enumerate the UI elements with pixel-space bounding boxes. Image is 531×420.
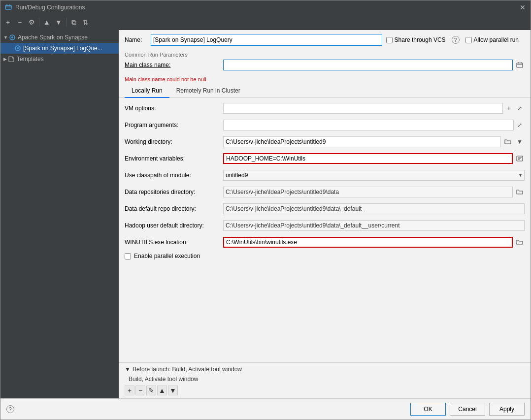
before-launch-item: Build, Activate tool window bbox=[125, 375, 525, 384]
classpath-select[interactable]: untitled9 bbox=[223, 170, 525, 181]
run-debug-dialog: Run/Debug Configurations ✕ + − ⚙ ▲ ▼ ⧉ ⇅… bbox=[0, 0, 531, 420]
allow-parallel-checkbox[interactable] bbox=[465, 37, 472, 43]
share-vcs-checkbox[interactable] bbox=[386, 37, 393, 43]
before-launch-remove-button[interactable]: − bbox=[135, 386, 145, 395]
move-up-button[interactable]: ▲ bbox=[41, 17, 52, 28]
winutils-input-wrap bbox=[223, 237, 525, 248]
main-area: ▼ Apache Spark on Synapse [Spar bbox=[0, 30, 531, 398]
env-vars-input[interactable] bbox=[223, 153, 513, 164]
ok-button[interactable]: OK bbox=[410, 403, 446, 416]
vm-options-input[interactable] bbox=[223, 103, 503, 114]
vm-options-label: VM options: bbox=[125, 105, 223, 112]
working-dir-browse-button[interactable] bbox=[503, 137, 513, 147]
main-class-label: Main class name: bbox=[125, 62, 223, 68]
working-dir-row: Working directory: ▼ bbox=[125, 135, 525, 148]
hadoop-dir-label: Hadoop user default directory: bbox=[125, 222, 223, 229]
main-class-input[interactable] bbox=[223, 60, 513, 70]
working-dir-label: Working directory: bbox=[125, 138, 223, 145]
share-vcs-checkbox-label[interactable]: Share through VCS bbox=[386, 36, 446, 43]
winutils-input[interactable] bbox=[223, 237, 513, 248]
vm-options-row: VM options: + ⤢ bbox=[125, 102, 525, 115]
program-args-input-wrap: ⤢ bbox=[223, 120, 525, 130]
main-class-row: Main class name: bbox=[119, 59, 531, 71]
env-vars-input-wrap bbox=[223, 153, 525, 164]
sidebar-item-templates[interactable]: ▶ Templates bbox=[0, 54, 119, 65]
cancel-button[interactable]: Cancel bbox=[450, 403, 485, 416]
enable-parallel-row: Enable parallel execution bbox=[125, 253, 525, 259]
data-repos-browse-button[interactable] bbox=[515, 187, 525, 197]
hadoop-dir-value: C:\Users\v-jiche\IdeaProjects\untitled9\… bbox=[223, 220, 525, 231]
main-class-error: Main class name could not be null. bbox=[119, 75, 531, 84]
config-sidebar: ▼ Apache Spark on Synapse [Spar bbox=[0, 30, 119, 398]
remove-config-button[interactable]: − bbox=[14, 17, 25, 28]
before-launch-add-button[interactable]: + bbox=[125, 386, 134, 395]
bottom-help-icon[interactable]: ? bbox=[6, 405, 14, 413]
program-args-row: Program arguments: ⤢ bbox=[125, 119, 525, 131]
collapse-arrow-icon: ▼ bbox=[3, 35, 8, 40]
toolbar-separator-1 bbox=[39, 18, 39, 27]
before-launch-edit-button[interactable]: ✎ bbox=[146, 386, 156, 395]
data-repos-value: C:\Users\v-jiche\IdeaProjects\untitled9\… bbox=[223, 187, 513, 197]
svg-rect-0 bbox=[5, 5, 11, 9]
content-area: Name: Share through VCS ? Allow parallel… bbox=[119, 30, 531, 398]
sidebar-item-logquery-label: [Spark on Synapse] LogQue... bbox=[23, 45, 102, 52]
enable-parallel-checkbox[interactable] bbox=[125, 253, 131, 259]
svg-rect-3 bbox=[9, 4, 10, 6]
templates-icon bbox=[8, 56, 15, 63]
working-dir-dropdown-button[interactable]: ▼ bbox=[515, 137, 525, 147]
env-vars-edit-button[interactable] bbox=[515, 154, 525, 163]
apply-button[interactable]: Apply bbox=[489, 403, 525, 416]
svg-rect-8 bbox=[517, 63, 523, 67]
templates-arrow-icon: ▶ bbox=[3, 57, 7, 62]
add-config-button[interactable]: + bbox=[2, 17, 13, 28]
config-toolbar: + − ⚙ ▲ ▼ ⧉ ⇅ bbox=[0, 14, 531, 30]
copy-config-button[interactable]: ⧉ bbox=[68, 17, 79, 28]
allow-parallel-checkbox-label[interactable]: Allow parallel run bbox=[465, 36, 519, 43]
name-input[interactable] bbox=[151, 34, 382, 46]
data-default-repo-label: Data default repo directory: bbox=[125, 205, 223, 212]
before-launch-label: Before launch: Build, Activate tool wind… bbox=[133, 366, 242, 373]
share-vcs-help-icon[interactable]: ? bbox=[452, 36, 460, 44]
svg-rect-2 bbox=[6, 4, 7, 6]
dialog-icon bbox=[4, 3, 12, 11]
settings-config-button[interactable]: ⚙ bbox=[26, 17, 37, 28]
winutils-label: WINUTILS.exe location: bbox=[125, 239, 223, 246]
before-launch-section: ▼ Before launch: Build, Activate tool wi… bbox=[119, 362, 531, 398]
env-vars-row: Environment variables: bbox=[125, 152, 525, 165]
before-launch-down-button[interactable]: ▼ bbox=[168, 386, 178, 395]
main-class-browse-button[interactable] bbox=[515, 60, 525, 70]
before-launch-toolbar: + − ✎ ▲ ▼ bbox=[125, 386, 525, 395]
close-button[interactable]: ✕ bbox=[519, 3, 527, 11]
classpath-label: Use classpath of module: bbox=[125, 172, 223, 179]
hadoop-dir-row: Hadoop user default directory: C:\Users\… bbox=[125, 219, 525, 232]
tab-remotely-run[interactable]: Remotely Run in Cluster bbox=[169, 84, 247, 98]
bottom-bar: ? OK Cancel Apply bbox=[0, 398, 531, 420]
winutils-row: WINUTILS.exe location: bbox=[125, 236, 525, 249]
working-dir-input[interactable] bbox=[223, 136, 501, 147]
vm-options-expand-button[interactable]: ⤢ bbox=[515, 103, 525, 113]
winutils-browse-button[interactable] bbox=[515, 237, 525, 247]
sidebar-item-logquery[interactable]: [Spark on Synapse] LogQue... bbox=[0, 43, 119, 54]
sidebar-item-apache-spark[interactable]: ▼ Apache Spark on Synapse bbox=[0, 32, 119, 43]
program-args-expand-button[interactable]: ⤢ bbox=[515, 120, 525, 130]
data-default-repo-input-wrap: C:\Users\v-jiche\IdeaProjects\untitled9\… bbox=[223, 203, 525, 214]
bottom-help: ? bbox=[6, 405, 406, 413]
program-args-label: Program arguments: bbox=[125, 122, 223, 129]
sort-config-button[interactable]: ⇅ bbox=[80, 17, 91, 28]
svg-point-7 bbox=[17, 47, 19, 49]
classpath-row: Use classpath of module: untitled9 ▼ bbox=[125, 169, 525, 182]
vm-options-add-button[interactable]: + bbox=[504, 103, 514, 113]
vcs-options-row: Share through VCS ? Allow parallel run bbox=[386, 36, 525, 44]
move-down-button[interactable]: ▼ bbox=[53, 17, 64, 28]
name-row: Name: Share through VCS ? Allow parallel… bbox=[119, 30, 531, 50]
enable-parallel-label: Enable parallel execution bbox=[134, 253, 200, 259]
logquery-icon bbox=[14, 45, 21, 52]
tabs-bar: Locally Run Remotely Run in Cluster bbox=[119, 84, 531, 98]
sidebar-item-apache-spark-label: Apache Spark on Synapse bbox=[18, 34, 88, 41]
sidebar-item-templates-label: Templates bbox=[17, 56, 44, 63]
tab-locally-run[interactable]: Locally Run bbox=[125, 84, 169, 98]
before-launch-collapse-icon[interactable]: ▼ bbox=[125, 366, 131, 373]
program-args-input[interactable] bbox=[223, 120, 514, 130]
before-launch-up-button[interactable]: ▲ bbox=[157, 386, 167, 395]
data-default-repo-row: Data default repo directory: C:\Users\v-… bbox=[125, 202, 525, 215]
